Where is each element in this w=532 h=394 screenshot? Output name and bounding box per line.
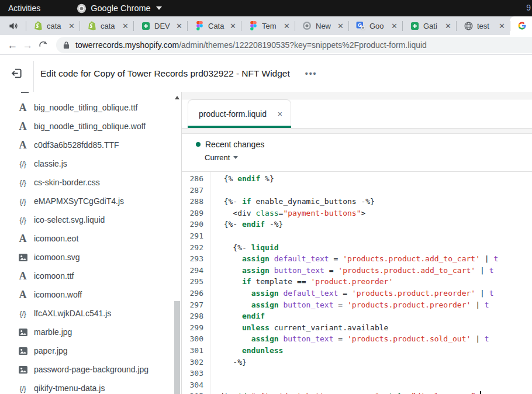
tab-close-icon[interactable]: ✕ — [499, 22, 505, 30]
version-dropdown[interactable]: Current — [205, 153, 532, 162]
file-item[interactable]: Aicomoon.woff — [0, 285, 181, 304]
line-number: 296 — [182, 288, 210, 299]
browser-tab[interactable]: cata✕ — [26, 16, 80, 35]
code-line[interactable]: 299 unless current_variant.available — [182, 322, 532, 334]
code-line[interactable]: 288 {%- if enable_dynamic_buttons -%} — [182, 196, 532, 208]
file-item[interactable]: Aicomoon.ttf — [0, 267, 181, 285]
file-item[interactable]: Abig_noodle_titling_oblique.woff — [0, 117, 181, 136]
sidebar-scrollbar[interactable] — [172, 92, 181, 394]
code-line[interactable]: 305<div id="nft-widget-buttons-wrapper" … — [182, 390, 532, 394]
file-item[interactable]: {/}lfcAXLwjkDALc541.js — [0, 304, 181, 323]
browser-toolbar: ← → towerrecords.myshopify.com/admin/the… — [0, 35, 532, 55]
browser-tab-title: Cata — [208, 22, 228, 30]
line-number: 287 — [182, 185, 210, 196]
browser-tab[interactable]: New✕ — [295, 16, 348, 35]
font-file-icon: A — [16, 120, 29, 133]
code-line[interactable]: 294 assign button_text = 'products.produ… — [182, 265, 532, 277]
code-area[interactable]: 286 {% endif %}287288 {%- if enable_dyna… — [182, 172, 532, 394]
code-line[interactable]: 292 {%- liquid — [182, 242, 532, 254]
code-file-icon: {/} — [16, 197, 29, 206]
exit-editor-button[interactable] — [0, 67, 33, 80]
code-line[interactable]: 290 {%- endif -%} — [182, 219, 532, 230]
browser-tab[interactable]: Cata✕ — [187, 16, 241, 35]
code-line[interactable]: 298 endif — [182, 310, 532, 322]
font-file-icon: A — [16, 102, 29, 114]
system-clock[interactable]: 9 — [526, 3, 531, 12]
tab-close-icon[interactable]: ✕ — [230, 22, 236, 30]
file-item[interactable]: paper.jpg — [0, 341, 181, 360]
browser-tab[interactable]: GGoo✕ — [348, 16, 402, 35]
code-line[interactable]: 287 — [182, 185, 532, 196]
line-number: 297 — [182, 299, 210, 311]
file-name: big_noodle_titling_oblique.ttf — [34, 103, 137, 112]
line-number: 291 — [182, 230, 210, 242]
code-line[interactable]: 286 {% endif %} — [182, 173, 532, 185]
line-number: 286 — [182, 173, 210, 185]
browser-tab[interactable]: DEV✕ — [133, 16, 187, 35]
file-item[interactable]: {/}eMAPMXSyTCgGdiT4.js — [0, 192, 181, 210]
page-title: Edit code for Copy of Tower Records prd0… — [40, 68, 290, 79]
scroll-up-arrow-icon[interactable] — [175, 96, 179, 99]
file-name: marble.jpg — [34, 327, 72, 337]
file-name: big_noodle_titling_oblique.woff — [34, 122, 146, 131]
file-item[interactable]: {/}classie.js — [0, 154, 181, 173]
code-line[interactable]: 291 — [182, 230, 532, 242]
lock-icon[interactable] — [63, 41, 70, 49]
code-line[interactable]: 300 assign button_text = 'products.produ… — [182, 333, 532, 345]
code-line[interactable]: 295 if template == 'product.preorder' — [182, 276, 532, 288]
line-number: 299 — [182, 322, 210, 334]
scrollbar-thumb[interactable] — [174, 301, 180, 394]
code-file-icon: {/} — [16, 384, 29, 393]
file-item[interactable]: {/}ico-select.svg.liquid — [0, 210, 181, 229]
audio-speaker-icon[interactable] — [0, 16, 26, 35]
reload-button[interactable] — [35, 40, 50, 50]
more-actions-button[interactable]: ••• — [305, 69, 317, 78]
code-line[interactable]: 304 — [182, 379, 532, 391]
file-item[interactable]: Abig_noodle_titling_oblique.ttf — [0, 98, 181, 117]
code-line[interactable]: 289 <div class="payment-buttons"> — [182, 208, 532, 219]
file-item[interactable]: icomoon.svg — [0, 248, 181, 267]
code-line[interactable]: 303 — [182, 368, 532, 379]
browser-tab[interactable]: Gati✕ — [402, 16, 456, 35]
code-text: assign button_text = 'products.product.p… — [210, 299, 532, 311]
code-text: {%- endif -%} — [210, 219, 532, 230]
file-item[interactable]: Aicomoon.eot — [0, 229, 181, 248]
code-line[interactable]: 293 assign default_text = 'products.prod… — [182, 253, 532, 265]
file-item[interactable]: marble.jpg — [0, 323, 181, 341]
browser-tab[interactable]: cata✕ — [80, 16, 133, 35]
browser-tab[interactable] — [510, 16, 532, 35]
file-item[interactable]: password-page-background.jpg — [0, 360, 181, 379]
back-button[interactable]: ← — [5, 40, 20, 50]
code-text: endunless — [210, 345, 532, 357]
address-bar[interactable]: towerrecords.myshopify.com/admin/themes/… — [56, 37, 532, 53]
file-name: paper.jpg — [34, 346, 68, 355]
file-name: password-page-background.jpg — [34, 365, 148, 374]
tab-close-icon[interactable]: ✕ — [68, 22, 75, 30]
browser-tab[interactable]: test✕ — [456, 16, 510, 35]
active-app-menu[interactable]: Google Chrome — [77, 4, 161, 13]
tab-close-icon[interactable]: ✕ — [337, 22, 344, 30]
file-item[interactable]: {/}cs-skin-border.css — [0, 173, 181, 192]
code-file-icon: {/} — [16, 216, 29, 224]
file-item[interactable]: {/}qikify-tmenu-data.js — [0, 379, 181, 394]
tab-close-icon[interactable]: ✕ — [445, 22, 451, 30]
code-text: {%- liquid — [210, 242, 532, 254]
clipped-file-icon-fragment — [21, 92, 29, 93]
forward-button[interactable]: → — [20, 40, 35, 50]
code-line[interactable]: 296 assign default_text = 'products.prod… — [182, 288, 532, 299]
editor-file-tab[interactable]: product-form.liquid × — [188, 99, 291, 128]
active-app-name: Google Chrome — [91, 4, 150, 13]
version-dropdown-value: Current — [205, 153, 230, 162]
code-text: unless current_variant.available — [210, 322, 532, 334]
code-line[interactable]: 301 endunless — [182, 345, 532, 357]
activities-button[interactable]: Activities — [8, 4, 40, 13]
browser-tab[interactable]: Tem✕ — [241, 16, 295, 35]
code-line[interactable]: 297 assign button_text = 'products.produ… — [182, 299, 532, 311]
code-line[interactable]: 302 -%} — [182, 357, 532, 368]
tab-close-icon[interactable]: ✕ — [391, 22, 398, 30]
file-item[interactable]: Ac0df3a6b528fdd85.TTF — [0, 136, 181, 154]
tab-close-icon[interactable]: ✕ — [284, 22, 290, 30]
tab-close-icon[interactable]: ✕ — [122, 22, 129, 30]
editor-tab-close-icon[interactable]: × — [278, 109, 282, 119]
tab-close-icon[interactable]: ✕ — [176, 22, 182, 30]
